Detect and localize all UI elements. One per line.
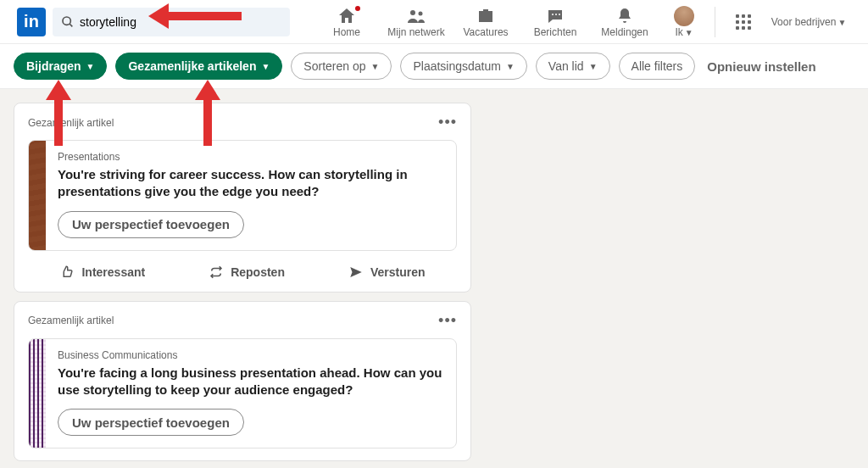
nav-network-label: Mijn netwerk (387, 26, 444, 38)
article-card: Gezamenlijk artikel ••• Presentations Yo… (14, 103, 471, 292)
filter-date[interactable]: Plaatsingsdatum▼ (400, 53, 526, 80)
apps-icon (736, 14, 751, 30)
nav-notifications-label: Meldingen (601, 26, 648, 38)
feed: Gezamenlijk artikel ••• Presentations Yo… (14, 103, 471, 461)
card-type-label: Gezamenlijk artikel (28, 117, 114, 129)
article-inner[interactable]: Presentations You're striving for career… (28, 140, 457, 251)
network-icon (406, 6, 426, 26)
article-card: Gezamenlijk artikel ••• Business Communi… (14, 301, 471, 462)
filter-from-member[interactable]: Van lid▼ (536, 53, 610, 80)
filter-reset[interactable]: Opnieuw instellen (707, 59, 815, 74)
nav-jobs-label: Vacatures (463, 26, 508, 38)
top-nav: Home Mijn netwerk Vacatures Berichten Me… (313, 6, 851, 38)
filter-contributions[interactable]: Bijdragen▼ (14, 53, 107, 80)
nav-me-label: Ik▼ (675, 26, 693, 38)
thumbs-up-icon (59, 265, 75, 280)
nav-home-label: Home (333, 26, 360, 38)
nav-business-label: Voor bedrijven▼ (771, 16, 847, 28)
add-perspective-button[interactable]: Uw perspectief toevoegen (58, 409, 244, 436)
repost-button[interactable]: Reposten (209, 265, 285, 280)
article-thumbnail (29, 339, 46, 448)
repost-icon (209, 265, 224, 280)
linkedin-logo[interactable]: in (17, 8, 46, 36)
nav-apps[interactable] (722, 12, 765, 32)
filter-collab-articles[interactable]: Gezamenlijke artikelen▼ (115, 53, 282, 80)
nav-separator (715, 7, 715, 37)
article-title: You're facing a long business presentati… (58, 365, 444, 399)
article-thumbnail (29, 141, 46, 250)
svg-point-0 (63, 17, 70, 25)
svg-point-6 (559, 14, 560, 15)
nav-messages-label: Berichten (534, 26, 577, 38)
filter-all[interactable]: Alle filters (619, 53, 696, 80)
messages-icon (545, 6, 565, 26)
card-actions: Interessant Reposten Versturen (28, 265, 457, 280)
send-icon (348, 265, 364, 280)
bell-icon (615, 6, 635, 26)
svg-point-2 (410, 10, 415, 15)
search-icon (61, 15, 75, 29)
article-category: Business Communications (58, 349, 444, 361)
filter-bar: Bijdragen▼ Gezamenlijke artikelen▼ Sorte… (0, 44, 868, 89)
nav-me[interactable]: Ik▼ (660, 6, 708, 38)
global-header: in Home Mijn netwerk Vacatures (0, 0, 868, 44)
search-container[interactable] (53, 8, 290, 36)
card-type-label: Gezamenlijk artikel (28, 315, 114, 326)
svg-point-3 (419, 11, 423, 15)
avatar (674, 6, 694, 26)
like-label: Interessant (81, 265, 145, 279)
send-button[interactable]: Versturen (348, 265, 426, 280)
notification-badge (353, 4, 362, 13)
content-area: Gezamenlijk artikel ••• Presentations Yo… (0, 89, 868, 468)
like-button[interactable]: Interessant (59, 265, 145, 280)
svg-point-5 (555, 14, 557, 15)
svg-line-1 (70, 24, 72, 26)
nav-messages[interactable]: Berichten (521, 6, 589, 38)
nav-business[interactable]: Voor bedrijven▼ (766, 16, 851, 28)
nav-home[interactable]: Home (313, 6, 381, 38)
search-input[interactable] (80, 15, 281, 29)
briefcase-icon (476, 6, 496, 26)
nav-network[interactable]: Mijn netwerk (382, 6, 450, 38)
article-title: You're striving for career success. How … (58, 166, 444, 201)
article-inner[interactable]: Business Communications You're facing a … (28, 338, 457, 449)
card-menu-icon[interactable]: ••• (438, 312, 457, 330)
card-menu-icon[interactable]: ••• (438, 114, 457, 131)
repost-label: Reposten (231, 265, 285, 279)
svg-point-4 (552, 14, 554, 15)
add-perspective-button[interactable]: Uw perspectief toevoegen (58, 211, 244, 238)
filter-sort[interactable]: Sorteren op▼ (291, 53, 392, 80)
article-category: Presentations (58, 151, 444, 163)
nav-jobs[interactable]: Vacatures (452, 6, 520, 38)
send-label: Versturen (370, 265, 426, 279)
nav-notifications[interactable]: Meldingen (591, 6, 659, 38)
